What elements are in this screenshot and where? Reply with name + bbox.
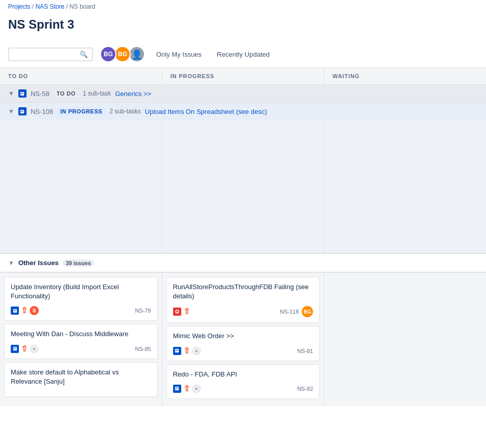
card-ns81-icons: ⇧ - — [173, 346, 201, 356]
breadcrumb-nas[interactable]: NAS Store — [35, 3, 64, 10]
card-ns81-footer: ⇧ - NS-81 — [173, 346, 313, 356]
waiting-cards-col — [324, 273, 486, 406]
inprogress-cards-col: RunAllStoreProductsThroughFDB Failing (s… — [162, 273, 325, 406]
page-title: NS Sprint 3 — [8, 17, 478, 32]
card-ns81-key: NS-81 — [297, 348, 313, 354]
card-ns79-title: Update Inventory (Build Import Excel Fun… — [11, 282, 151, 301]
sprint-ns58-title[interactable]: Generics >> — [115, 90, 152, 98]
svg-rect-2 — [21, 93, 23, 94]
card-ns82[interactable]: Redo - FDA, FDB API ⇧ - NS-82 — [166, 364, 320, 399]
sprint-ns108-inprogress-col — [162, 120, 325, 253]
col-header-waiting: WAITING — [324, 68, 486, 84]
card-ns81-priority-icon: ⇧ — [183, 347, 190, 355]
search-input[interactable] — [13, 51, 80, 58]
card-ns81-story-icon — [173, 347, 181, 355]
card-ns79-priority-num: 8 — [30, 306, 39, 315]
card-ns82-key: NS-82 — [297, 386, 313, 392]
card-ns85-priority-icon: ⇧ — [21, 345, 28, 353]
card-ns79[interactable]: Update Inventory (Build Import Excel Fun… — [4, 277, 158, 321]
avatar-group: BG BG 👤 — [100, 46, 145, 62]
card-ns81[interactable]: Mimic Web Order >> ⇧ - NS-81 — [166, 326, 320, 361]
svg-rect-10 — [13, 348, 16, 348]
card-ns81-title: Mimic Web Order >> — [173, 332, 313, 341]
sprint-ns108-subtasks: 2 sub-tasks — [109, 108, 140, 115]
card-ns82-priority-icon: ⇧ — [183, 385, 190, 393]
recently-updated-button[interactable]: Recently Updated — [213, 49, 274, 60]
column-headers: TO DO IN PROGRESS WAITING — [0, 67, 486, 84]
search-box[interactable]: 🔍 — [8, 48, 93, 61]
svg-rect-1 — [21, 92, 23, 93]
sprint-ns108-todo-col — [0, 120, 162, 253]
card-ns81-priority-dash: - — [192, 346, 201, 356]
sprint-ns58-subtasks: 1 sub-task — [83, 90, 111, 97]
card-ns82-story-icon — [173, 385, 181, 393]
card-ns85-story-icon — [11, 345, 19, 353]
filters-bar: 🔍 BG BG 👤 Only My Issues Recently Update… — [0, 43, 486, 67]
col-header-todo: TO DO — [0, 68, 162, 84]
sprint-ns108-waiting-col — [324, 120, 486, 253]
card-alphabetical[interactable]: Make store default to Alphabetical vs Re… — [4, 362, 158, 397]
sprint-ns58-chevron[interactable]: ▼ — [8, 90, 14, 97]
other-issues-count: 39 issues — [63, 260, 94, 267]
only-my-issues-button[interactable]: Only My Issues — [152, 49, 206, 60]
card-ns82-title: Redo - FDA, FDB API — [173, 370, 313, 379]
card-ns118-key: NS-118 — [280, 309, 299, 315]
other-issues-label: Other Issues — [18, 259, 59, 267]
card-ns118-priority-icon: ⇧ — [183, 308, 190, 316]
card-ns118-bug-icon — [173, 308, 181, 316]
card-ns82-icons: ⇧ - — [173, 384, 201, 393]
card-ns79-icons: ⇧ 8 — [11, 306, 39, 315]
avatar-bg-orange[interactable]: BG — [114, 46, 131, 62]
sprint-ns58-id: NS-58 — [31, 90, 50, 98]
card-ns79-story-icon — [11, 306, 19, 315]
card-ns85-footer: ⇧ - NS-85 — [11, 344, 151, 353]
svg-rect-8 — [13, 311, 15, 311]
card-ns118[interactable]: RunAllStoreProductsThroughFDB Failing (s… — [166, 277, 320, 323]
sprint-ns108-chevron[interactable]: ▼ — [8, 108, 14, 115]
avatar-bg-purple[interactable]: BG — [100, 46, 116, 62]
sprint-ns108-story-icon — [18, 107, 27, 115]
card-ns82-priority-dash: - — [192, 384, 201, 393]
svg-rect-16 — [176, 351, 178, 351]
sprint-ns58-status: TO DO — [54, 89, 79, 98]
other-issues-chevron[interactable]: ▼ — [8, 260, 14, 267]
card-ns85-key: NS-85 — [135, 346, 151, 352]
card-ns85-title: Meeting With Dan - Discuss Middleware — [11, 329, 151, 339]
svg-rect-19 — [176, 389, 178, 389]
other-issues-body: Update Inventory (Build Import Excel Fun… — [0, 272, 486, 406]
card-ns118-right: NS-118 BG — [280, 306, 313, 317]
todo-cards-col: Update Inventory (Build Import Excel Fun… — [0, 273, 162, 406]
card-ns118-icons: ⇧ — [173, 308, 190, 316]
svg-rect-7 — [13, 310, 16, 311]
breadcrumb-projects[interactable]: Projects — [8, 3, 30, 10]
sprint-ns108-body — [0, 120, 486, 253]
card-ns82-footer: ⇧ - NS-82 — [173, 384, 313, 393]
other-issues-header[interactable]: ▼ Other Issues 39 issues — [0, 253, 486, 272]
svg-rect-15 — [176, 350, 178, 350]
breadcrumb-current: NS board — [69, 3, 95, 10]
sprint-ns108-id: NS-108 — [31, 108, 53, 115]
sprint-ns108-title[interactable]: Upload Items On Spreadsheet (see desc) — [145, 108, 267, 115]
page-header: NS Sprint 3 — [0, 13, 486, 43]
card-ns118-avatar: BG — [302, 306, 313, 317]
card-ns118-title: RunAllStoreProductsThroughFDB Failing (s… — [173, 282, 313, 301]
card-ns85-icons: ⇧ - — [11, 344, 39, 353]
card-ns118-footer: ⇧ NS-118 BG — [173, 306, 313, 317]
card-ns79-priority-icon: ⇧ — [21, 306, 28, 315]
svg-rect-4 — [21, 110, 23, 111]
breadcrumb: Projects / NAS Store / NS board — [0, 0, 486, 13]
svg-rect-11 — [13, 349, 15, 349]
card-ns79-key: NS-79 — [135, 308, 151, 314]
card-alphabetical-title: Make store default to Alphabetical vs Re… — [11, 368, 151, 386]
search-icon: 🔍 — [80, 51, 88, 58]
sprint-ns58-header: ▼ NS-58 TO DO 1 sub-task Generics >> — [0, 84, 486, 103]
svg-rect-5 — [21, 111, 23, 112]
sprint-ns58-story-icon — [18, 89, 27, 98]
svg-rect-18 — [176, 388, 178, 388]
col-header-inprogress: IN PROGRESS — [162, 68, 325, 84]
sprint-ns108-status: IN PROGRESS — [57, 107, 105, 115]
card-ns79-footer: ⇧ 8 NS-79 — [11, 306, 151, 315]
svg-point-13 — [176, 311, 178, 313]
avatar-anon[interactable]: 👤 — [129, 46, 145, 62]
card-ns85[interactable]: Meeting With Dan - Discuss Middleware ⇧ … — [4, 324, 158, 359]
